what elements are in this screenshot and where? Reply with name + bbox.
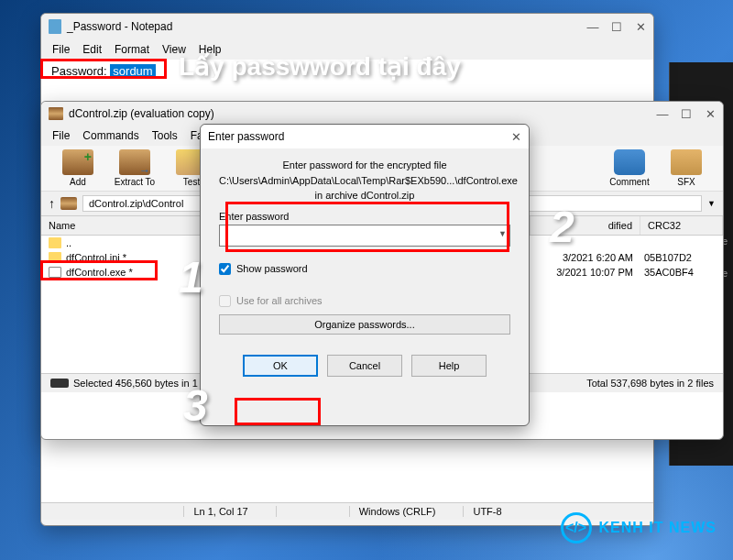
notepad-title: _Password - Notepad: [67, 20, 172, 33]
password-label: Password:: [51, 64, 107, 78]
col-crc[interactable]: CRC32: [640, 216, 723, 235]
show-password-row: Show password: [219, 263, 510, 275]
folder-icon: [49, 237, 61, 248]
extract-button[interactable]: Extract To: [107, 149, 162, 187]
menu-view[interactable]: View: [157, 41, 191, 58]
menu-file[interactable]: File: [47, 127, 75, 144]
add-label: Add: [70, 177, 86, 187]
file-name: ..: [66, 237, 71, 248]
file-modified: 3/2021 6:20 AM: [523, 252, 633, 263]
ok-button[interactable]: OK: [243, 355, 318, 377]
logo-text: KENH IT NEWS: [599, 520, 717, 536]
watermark-logo: </> KENH IT NEWS: [561, 512, 717, 544]
file-crc: 35AC0BF4: [633, 267, 716, 278]
notepad-titlebar[interactable]: _Password - Notepad — ☐ ✕: [41, 14, 653, 39]
close-button[interactable]: ✕: [705, 108, 716, 119]
prompt-line: Enter password for the encrypted file: [219, 158, 510, 173]
menu-format[interactable]: Format: [109, 41, 155, 58]
file-icon: [49, 252, 61, 263]
extract-label: Extract To: [115, 177, 155, 187]
password-value[interactable]: sordum: [110, 64, 155, 78]
archive-icon: [60, 197, 77, 210]
status-selected: Selected 456,560 bytes in 1 file: [73, 378, 213, 389]
logo-icon: </>: [561, 512, 592, 544]
dropdown-icon[interactable]: ▼: [498, 229, 507, 238]
winrar-titlebar[interactable]: dControl.zip (evaluation copy) — ☐ ✕: [41, 102, 723, 126]
use-all-checkbox[interactable]: [219, 295, 231, 307]
winrar-title: dControl.zip (evaluation copy): [69, 107, 214, 120]
menu-help[interactable]: Help: [193, 41, 227, 58]
sfx-button[interactable]: SFX: [659, 149, 714, 187]
organize-passwords-button[interactable]: Organize passwords...: [219, 314, 510, 335]
file-modified: 3/2021 10:07 PM: [523, 267, 633, 278]
add-icon: [62, 149, 93, 175]
keyboard-icon: [50, 379, 69, 388]
dialog-titlebar[interactable]: Enter password ✕: [201, 125, 529, 148]
maximize-button[interactable]: ☐: [611, 21, 622, 32]
test-label: Test: [183, 177, 200, 187]
notepad-app-icon: [49, 19, 61, 34]
status-eol: Windows (CRLF): [349, 506, 445, 517]
sfx-icon: [671, 149, 702, 175]
minimize-button[interactable]: —: [657, 108, 668, 119]
menu-commands[interactable]: Commands: [77, 127, 144, 144]
menu-file[interactable]: File: [47, 41, 75, 58]
show-password-label: Show password: [236, 263, 308, 274]
extract-icon: [119, 149, 150, 175]
close-button[interactable]: ✕: [635, 21, 646, 32]
status-zoom: [276, 506, 331, 517]
file-crc: 05B107D2: [633, 252, 716, 263]
password-fieldset: Enter password ▼: [219, 211, 510, 247]
help-button[interactable]: Help: [411, 355, 487, 377]
password-input[interactable]: [219, 225, 510, 247]
show-password-checkbox[interactable]: [219, 263, 231, 275]
col-modified[interactable]: dified: [531, 216, 640, 235]
use-all-label: Use for all archives: [236, 295, 323, 306]
maximize-button[interactable]: ☐: [681, 108, 692, 119]
close-button[interactable]: ✕: [510, 131, 521, 142]
dialog-buttons: OK Cancel Help: [201, 344, 529, 390]
dialog-title: Enter password: [208, 130, 284, 143]
sfx-label: SFX: [677, 177, 695, 187]
add-button[interactable]: Add: [50, 149, 105, 187]
comment-button[interactable]: Comment: [602, 149, 657, 187]
password-dialog: Enter password ✕ Enter password for the …: [200, 124, 530, 426]
dialog-prompt: Enter password for the encrypted file C:…: [219, 158, 510, 203]
minimize-button[interactable]: —: [587, 21, 598, 32]
prompt-line: C:\Users\Admin\AppData\Local\Temp\Rar$EX…: [219, 173, 510, 189]
notepad-menubar: File Edit Format View Help: [41, 39, 653, 60]
use-all-row: Use for all archives: [219, 295, 510, 307]
status-position: Ln 1, Col 17: [183, 506, 257, 517]
up-icon[interactable]: ↑: [49, 196, 55, 211]
exe-icon: [49, 267, 61, 278]
prompt-line: in archive dControl.zip: [219, 188, 510, 203]
comment-label: Comment: [609, 177, 649, 187]
winrar-app-icon: [49, 107, 63, 120]
status-encoding: UTF-8: [463, 506, 510, 517]
menu-tools[interactable]: Tools: [147, 127, 183, 144]
comment-icon: [614, 149, 645, 175]
menu-edit[interactable]: Edit: [77, 41, 107, 58]
cancel-button[interactable]: Cancel: [327, 355, 402, 377]
password-field-label: Enter password: [219, 211, 510, 222]
dropdown-icon[interactable]: ▼: [707, 199, 716, 208]
status-total: Total 537,698 bytes in 2 files: [586, 378, 714, 389]
